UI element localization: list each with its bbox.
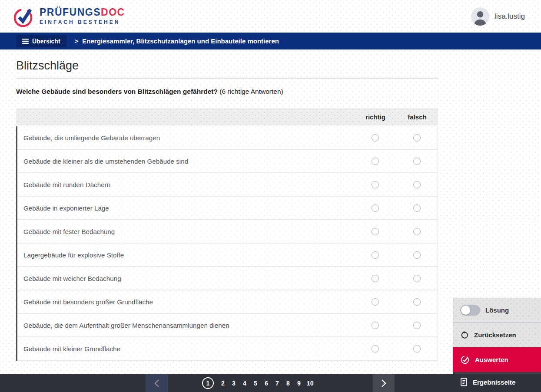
answer-text: Gebäude, die dem Aufenthalt großer Mensc… [17, 322, 354, 329]
page-button[interactable]: 3 [231, 380, 237, 387]
page-button[interactable]: 10 [307, 380, 314, 387]
breadcrumb: > Energiesammler, Blitzschutzanlagen und… [75, 37, 279, 45]
answer-row: Gebäude mit kleiner Grundfläche [17, 337, 438, 361]
page-button[interactable]: 8 [285, 380, 291, 387]
solution-label: Lösung [485, 306, 509, 314]
next-page-button[interactable] [373, 374, 395, 392]
page-title: Blitzschläge [16, 59, 541, 72]
page-button[interactable]: 9 [296, 380, 302, 387]
richtig-cell [354, 275, 396, 282]
check-circle-icon [460, 355, 470, 365]
brand-text: PRÜFUNGSDOC EINFACH BESTEHEN [40, 7, 125, 25]
radio-richtig[interactable] [372, 134, 379, 142]
answer-row: Gebäude in exponierter Lage [17, 197, 438, 220]
results-button[interactable]: Ergebnisseite [453, 372, 541, 392]
reset-label: Zurücksetzen [474, 331, 516, 339]
answer-text: Gebäude mit kleiner Grundfläche [17, 345, 354, 352]
radio-falsch[interactable] [413, 275, 421, 282]
answer-text: Lagergebäude für explosive Stoffe [17, 251, 354, 259]
page-button[interactable]: 5 [252, 380, 259, 387]
page-button[interactable]: 7 [274, 380, 280, 387]
radio-richtig[interactable] [372, 322, 379, 329]
answer-text: Gebäude in exponierter Lage [17, 204, 354, 212]
user-menu[interactable]: lisa.lustig [471, 7, 525, 26]
falsch-cell [396, 158, 438, 165]
radio-falsch[interactable] [413, 181, 421, 188]
radio-richtig[interactable] [372, 204, 379, 212]
answer-text: Gebäude, die umliegende Gebäude überrage… [17, 134, 354, 142]
richtig-cell [354, 158, 396, 165]
navbar: Übersicht > Energiesammler, Blitzschutza… [0, 33, 541, 49]
radio-falsch[interactable] [413, 158, 421, 165]
answer-text: Gebäude mit fester Bedachung [17, 228, 354, 235]
answer-row: Gebäude, die umliegende Gebäude überrage… [17, 126, 438, 150]
reset-button[interactable]: Zurücksetzen [453, 322, 541, 347]
answer-row: Gebäude mit runden Dächern [17, 173, 438, 197]
radio-richtig[interactable] [372, 158, 379, 165]
breadcrumb-text: Energiesammler, Blitzschutzanlagen und E… [82, 37, 279, 45]
falsch-cell [396, 228, 438, 235]
page-button[interactable]: 1 [202, 377, 214, 389]
richtig-cell [354, 181, 396, 188]
column-falsch: falsch [396, 113, 438, 121]
answer-row: Lagergebäude für explosive Stoffe [17, 244, 438, 267]
column-richtig: richtig [355, 113, 396, 121]
radio-richtig[interactable] [372, 298, 379, 306]
table-body: Gebäude, die umliegende Gebäude überrage… [16, 126, 438, 361]
brand-check-icon [13, 5, 36, 28]
radio-richtig[interactable] [372, 345, 379, 352]
richtig-cell [354, 228, 396, 235]
radio-richtig[interactable] [372, 275, 379, 282]
falsch-cell [396, 298, 438, 306]
page-button[interactable]: 2 [220, 380, 226, 387]
results-label: Ergebnisseite [473, 379, 515, 386]
radio-richtig[interactable] [372, 251, 379, 259]
answer-row: Gebäude die kleiner als die umstehenden … [17, 150, 438, 173]
radio-falsch[interactable] [413, 134, 421, 142]
hamburger-icon [22, 39, 29, 44]
question-hint: (6 richtige Antworten) [219, 88, 283, 95]
solution-toggle-item[interactable]: Lösung [453, 298, 541, 322]
evaluate-button[interactable]: Auswerten [453, 347, 541, 372]
falsch-cell [396, 134, 438, 142]
brand-logo[interactable]: PRÜFUNGSDOC EINFACH BESTEHEN [13, 5, 125, 28]
radio-falsch[interactable] [413, 322, 421, 329]
chevron-left-icon [153, 379, 160, 388]
brand-tagline: EINFACH BESTEHEN [40, 19, 125, 25]
radio-falsch[interactable] [413, 251, 421, 259]
radio-falsch[interactable] [413, 204, 421, 212]
page-button[interactable]: 4 [242, 380, 248, 387]
chevron-right-icon [380, 379, 387, 388]
action-sidebar: Lösung Zurücksetzen Auswerten Ergebnisse… [453, 298, 541, 392]
falsch-cell [396, 345, 438, 352]
overview-label: Übersicht [32, 38, 60, 45]
radio-richtig[interactable] [372, 228, 379, 235]
undo-icon [460, 331, 469, 339]
answer-row: Gebäude, die dem Aufenthalt großer Mensc… [17, 314, 438, 337]
overview-button[interactable]: Übersicht [16, 35, 66, 47]
breadcrumb-separator: > [75, 37, 79, 45]
page-list: 1 2 3 4 5 6 7 8 9 10 [202, 374, 314, 392]
brand-name-accent: DOC [101, 7, 125, 18]
falsch-cell [396, 204, 438, 212]
richtig-cell [354, 134, 396, 142]
falsch-cell [396, 181, 438, 188]
richtig-cell [354, 298, 396, 306]
richtig-cell [354, 345, 396, 352]
question-text: Welche Gebäude sind besonders von Blitzs… [16, 88, 218, 95]
username: lisa.lustig [495, 12, 525, 21]
answer-row: Gebäude mit besonders großer Grundfläche [17, 290, 438, 314]
app-header: PRÜFUNGSDOC EINFACH BESTEHEN lisa.lustig [0, 0, 541, 33]
title-divider [16, 78, 438, 79]
radio-richtig[interactable] [372, 181, 379, 188]
radio-falsch[interactable] [413, 298, 421, 306]
page-button[interactable]: 6 [263, 380, 269, 387]
solution-toggle[interactable] [460, 305, 480, 316]
answer-row: Gebäude mit weicher Bedachung [17, 267, 438, 290]
radio-falsch[interactable] [413, 228, 421, 235]
evaluate-label: Auswerten [475, 356, 508, 363]
prev-page-button[interactable] [146, 374, 168, 392]
falsch-cell [396, 322, 438, 329]
answer-text: Gebäude die kleiner als die umstehenden … [17, 158, 354, 165]
radio-falsch[interactable] [413, 345, 421, 352]
